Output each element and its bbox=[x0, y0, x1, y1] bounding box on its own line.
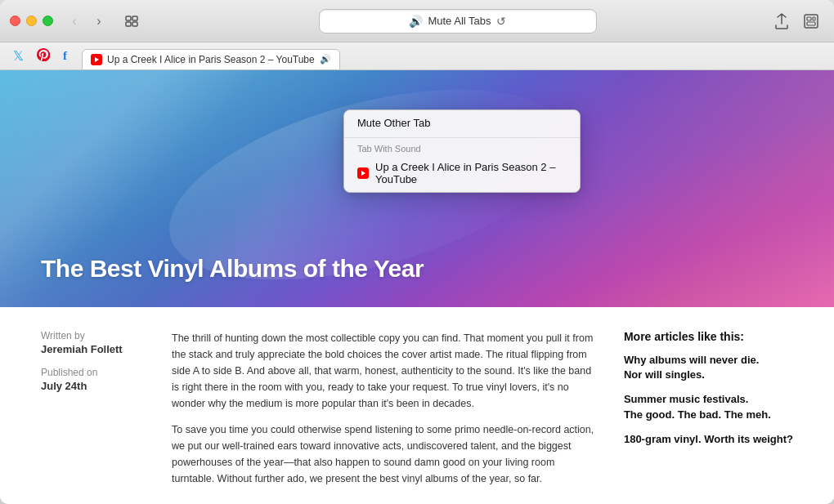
tab-with-sound-header: Tab With Sound bbox=[344, 140, 580, 156]
article-paragraph-2: To save you time you could otherwise spe… bbox=[172, 421, 599, 487]
published-on-label: Published on bbox=[41, 367, 147, 378]
article-body: Written by Jeremiah Follett Published on… bbox=[0, 307, 834, 504]
mute-other-tab-item[interactable]: Mute Other Tab bbox=[344, 110, 580, 136]
youtube-icon bbox=[91, 54, 102, 65]
tab-with-sound-item[interactable]: Up a Creek I Alice in Paris Season 2 – Y… bbox=[344, 156, 580, 192]
bookmark-pinterest[interactable] bbox=[32, 45, 55, 68]
reload-icon[interactable]: ↺ bbox=[496, 15, 506, 28]
address-bar[interactable]: 🔊 Mute All Tabs ↺ bbox=[319, 9, 597, 33]
svg-rect-2 bbox=[126, 22, 131, 26]
sidebar-item-2: Summer music festivals.The good. The bad… bbox=[624, 392, 793, 421]
svg-rect-3 bbox=[132, 22, 137, 26]
close-button[interactable] bbox=[10, 16, 20, 26]
toolbar-right bbox=[769, 10, 824, 33]
maximize-button[interactable] bbox=[43, 16, 53, 26]
article-paragraph-1: The thrill of hunting down the most coll… bbox=[172, 330, 599, 412]
tab-overview-button[interactable] bbox=[120, 10, 143, 33]
nav-buttons: ‹ › bbox=[63, 10, 110, 33]
address-text: Mute All Tabs bbox=[428, 15, 491, 27]
written-by-label: Written by bbox=[41, 330, 147, 341]
minimize-button[interactable] bbox=[26, 16, 37, 26]
sound-icon: 🔊 bbox=[409, 15, 423, 28]
dropdown-menu: Mute Other Tab Tab With Sound Up a Creek… bbox=[343, 109, 581, 193]
share-button[interactable] bbox=[769, 10, 795, 33]
pinterest-icon bbox=[37, 48, 50, 65]
svg-rect-1 bbox=[132, 16, 137, 20]
bookmarks-bar: 𝕏 f Up a Creek I Alice in Paris Season 2… bbox=[0, 42, 834, 70]
mute-other-tab-label: Mute Other Tab bbox=[357, 117, 430, 129]
twitter-icon: 𝕏 bbox=[13, 48, 24, 64]
svg-rect-7 bbox=[813, 17, 815, 20]
facebook-icon: f bbox=[63, 49, 67, 63]
article-meta: Written by Jeremiah Follett Published on… bbox=[41, 330, 147, 497]
traffic-lights bbox=[10, 16, 53, 26]
back-button[interactable]: ‹ bbox=[63, 10, 86, 33]
svg-rect-0 bbox=[126, 16, 131, 20]
svg-rect-6 bbox=[807, 22, 815, 25]
new-tab-button[interactable] bbox=[798, 10, 824, 33]
title-bar: ‹ › 🔊 Mute All Tabs ↺ bbox=[0, 0, 834, 42]
svg-rect-5 bbox=[807, 17, 811, 20]
sidebar-item-1: Why albums will never die.Nor will singl… bbox=[624, 353, 793, 382]
pub-date: July 24th bbox=[41, 380, 147, 392]
svg-rect-4 bbox=[805, 15, 818, 28]
bookmark-facebook[interactable]: f bbox=[58, 46, 72, 66]
hero-title: The Best Vinyl Albums of the Year bbox=[41, 255, 424, 283]
content-area: The Best Vinyl Albums of the Year Writte… bbox=[0, 70, 834, 504]
menu-youtube-icon bbox=[357, 167, 369, 179]
menu-divider bbox=[344, 137, 580, 138]
active-tab[interactable]: Up a Creek I Alice in Paris Season 2 – Y… bbox=[82, 49, 340, 70]
sidebar-item-3: 180-gram vinyl. Worth its weight? bbox=[624, 432, 793, 447]
sidebar-title: More articles like this: bbox=[624, 330, 793, 343]
browser-window: ‹ › 🔊 Mute All Tabs ↺ bbox=[0, 0, 834, 504]
article-sidebar: More articles like this: Why albums will… bbox=[624, 330, 793, 497]
address-bar-container: 🔊 Mute All Tabs ↺ bbox=[153, 9, 762, 33]
active-tab-title: Up a Creek I Alice in Paris Season 2 – Y… bbox=[107, 54, 315, 65]
tab-sound-icon: 🔊 bbox=[320, 54, 331, 65]
forward-button[interactable]: › bbox=[87, 10, 110, 33]
author-name: Jeremiah Follett bbox=[41, 343, 147, 355]
menu-tab-title: Up a Creek I Alice in Paris Season 2 – Y… bbox=[375, 161, 567, 185]
bookmark-twitter[interactable]: 𝕏 bbox=[8, 45, 29, 67]
article-text: The thrill of hunting down the most coll… bbox=[172, 330, 599, 497]
